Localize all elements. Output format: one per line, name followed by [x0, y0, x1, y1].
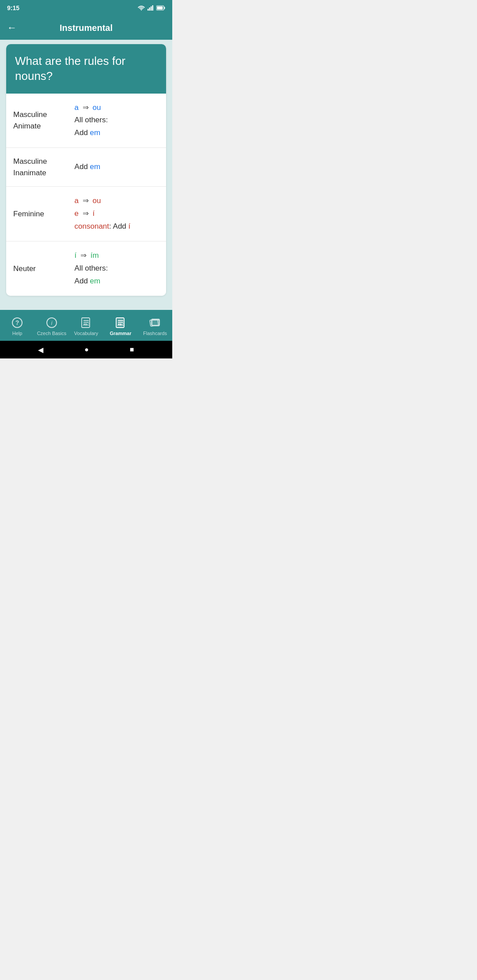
row-rules-feminine: a ⇒ ou e ⇒ í consonant: Add í [75, 195, 159, 233]
header: ← Instrumental [0, 16, 172, 40]
bottom-nav: ? Help i Czech Basics ABC Vocabulary [0, 310, 172, 341]
svg-text:i: i [51, 320, 53, 326]
flashcards-icon [149, 317, 161, 329]
table-row: Neuter í ⇒ ím All others: Add em [6, 241, 166, 296]
home-system-button[interactable]: ● [84, 346, 89, 354]
nav-label-grammar: Grammar [110, 331, 132, 336]
svg-rect-1 [148, 9, 149, 11]
nav-item-vocabulary[interactable]: ABC Vocabulary [69, 317, 103, 336]
nav-item-help[interactable]: ? Help [0, 317, 34, 336]
card-header: What are the rules for nouns? [6, 44, 166, 94]
svg-rect-6 [164, 7, 165, 9]
page-title: Instrumental [60, 23, 113, 33]
svg-text:?: ? [15, 319, 19, 326]
nav-item-czech-basics[interactable]: i Czech Basics [34, 317, 69, 336]
grammar-card: What are the rules for nouns? Masculine … [6, 44, 166, 296]
nav-label-czech-basics: Czech Basics [37, 331, 67, 336]
content-area: What are the rules for nouns? Masculine … [0, 40, 172, 310]
nav-label-vocabulary: Vocabulary [74, 331, 98, 336]
back-system-button[interactable]: ◀ [38, 346, 43, 354]
system-nav-bar: ◀ ● ■ [0, 341, 172, 358]
svg-point-0 [141, 10, 142, 11]
grammar-icon: ABC [114, 317, 127, 329]
time-display: 9:15 [7, 4, 19, 11]
nav-item-flashcards[interactable]: Flashcards [138, 317, 172, 336]
back-button[interactable]: ← [7, 22, 23, 34]
table-row: Masculine Inanimate Add em [6, 147, 166, 186]
svg-rect-24 [152, 320, 159, 326]
table-row: Masculine Animate a ⇒ ou All others: Add… [6, 94, 166, 148]
row-label-neuter: Neuter [13, 263, 75, 275]
recents-system-button[interactable]: ■ [130, 346, 134, 354]
svg-text:ABC: ABC [83, 323, 90, 326]
row-rules-masculine-animate: a ⇒ ou All others: Add em [75, 102, 159, 140]
status-bar: 9:15 [0, 0, 172, 16]
help-icon: ? [11, 317, 23, 329]
rules-table: Masculine Animate a ⇒ ou All others: Add… [6, 94, 166, 296]
row-rules-masculine-inanimate: Add em [75, 161, 159, 173]
svg-rect-4 [152, 5, 154, 11]
svg-rect-3 [151, 7, 152, 11]
card-question: What are the rules for nouns? [15, 54, 157, 84]
table-row: Feminine a ⇒ ou e ⇒ í consonant: Add í [6, 186, 166, 241]
wifi-icon [138, 5, 145, 11]
status-icons [138, 5, 165, 11]
row-label-feminine: Feminine [13, 208, 75, 220]
status-time: 9:15 [7, 4, 19, 11]
nav-label-help: Help [12, 331, 23, 336]
nav-item-grammar[interactable]: ABC Grammar [103, 317, 138, 336]
row-rules-neuter: í ⇒ ím All others: Add em [75, 249, 159, 288]
vocabulary-icon: ABC [80, 317, 92, 329]
nav-label-flashcards: Flashcards [143, 331, 167, 336]
row-label-masculine-inanimate: Masculine Inanimate [13, 156, 75, 178]
svg-rect-7 [157, 7, 163, 10]
row-label-masculine-animate: Masculine Animate [13, 109, 75, 132]
svg-text:ABC: ABC [117, 323, 124, 326]
svg-rect-2 [149, 8, 151, 11]
czech-basics-icon: i [45, 317, 58, 329]
battery-icon [156, 5, 165, 11]
signal-icon [148, 5, 154, 11]
